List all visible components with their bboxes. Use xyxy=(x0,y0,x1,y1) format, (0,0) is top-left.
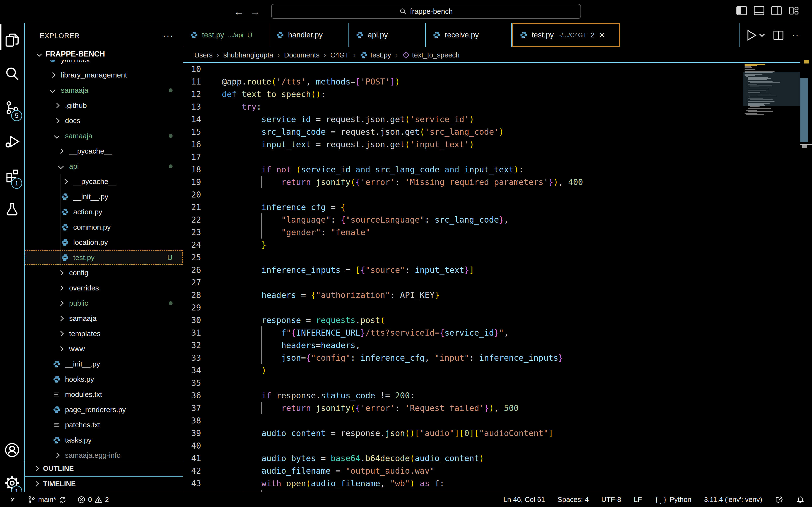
tab-description: ~/.../C4GT xyxy=(558,32,587,39)
language-mode-status[interactable]: {̦ } Python xyxy=(654,496,692,504)
tree-item-__init__.py[interactable]: __init__.py xyxy=(24,356,183,372)
line-number: 34 xyxy=(183,365,207,375)
line-number: 24 xyxy=(183,240,207,249)
line-number: 41 xyxy=(183,453,207,463)
tree-item-samaaja[interactable]: samaaja xyxy=(24,311,183,326)
tree-item-samaaja.egg-info[interactable]: samaaja.egg-info xyxy=(24,448,183,461)
tree-item-samaaja[interactable]: samaaja xyxy=(24,82,183,98)
cursor-position-status[interactable]: Ln 46, Col 61 xyxy=(503,496,545,504)
split-editor-icon[interactable] xyxy=(772,29,784,41)
chevron-right-icon xyxy=(52,101,62,110)
breadcrumb-item-C4GT[interactable]: C4GT xyxy=(331,51,349,59)
breadcrumb-item-Users[interactable]: Users xyxy=(194,51,213,59)
breadcrumb-item-Documents[interactable]: Documents xyxy=(284,51,320,59)
tree-item-page_renderers.py[interactable]: page_renderers.py xyxy=(24,402,183,417)
indent-guide xyxy=(261,490,262,492)
notifications-bell-icon[interactable] xyxy=(796,495,805,504)
tabbar-divider xyxy=(740,23,740,47)
outline-section-header[interactable]: OUTLINE xyxy=(24,461,183,475)
tree-item-tasks.py[interactable]: tasks.py xyxy=(24,433,183,448)
tree-item-config[interactable]: config xyxy=(24,265,183,280)
tree-item-hooks.py[interactable]: hooks.py xyxy=(24,372,183,387)
remote-indicator[interactable] xyxy=(8,495,17,504)
customize-layout-icon[interactable] xyxy=(788,5,800,16)
tree-item-modules.txt[interactable]: modules.txt xyxy=(24,387,183,402)
py-file-icon xyxy=(52,435,62,445)
extensions-view-icon[interactable]: 1 xyxy=(0,158,24,192)
tree-item-public[interactable]: public xyxy=(24,295,183,311)
tree-item-library_management[interactable]: library_management xyxy=(24,67,183,82)
active-view-indicator xyxy=(0,24,1,50)
tab-close-icon[interactable]: × xyxy=(599,30,604,40)
line-number: 33 xyxy=(183,353,207,362)
tree-item-samaaja[interactable]: samaaja xyxy=(24,128,183,144)
search-view-icon[interactable] xyxy=(0,57,24,91)
explorer-view-icon[interactable] xyxy=(0,23,24,57)
tree-item-docs[interactable]: docs xyxy=(24,113,183,128)
scrollbar-thumb[interactable] xyxy=(800,78,808,142)
tree-item-test.py[interactable]: test.pyU xyxy=(24,250,183,265)
tree-item-__pycache__[interactable]: __pycache__ xyxy=(24,144,183,159)
tree-item-www[interactable]: www xyxy=(24,341,183,356)
run-python-file-button[interactable] xyxy=(745,29,765,41)
tab-test.py-active[interactable]: test.py~/.../C4GT2× xyxy=(512,23,620,47)
indentation-status[interactable]: Spaces: 4 xyxy=(558,496,589,504)
tree-item-label: test.py xyxy=(73,253,95,262)
tree-item-templates[interactable]: templates xyxy=(24,326,183,341)
breadcrumb-item-test.py[interactable]: test.py xyxy=(360,51,391,59)
tab-label: receive.py xyxy=(445,31,479,39)
code-editor[interactable]: 1011@app.route('/tts', methods=['POST'])… xyxy=(183,63,743,492)
toggle-secondary-sidebar-icon[interactable] xyxy=(771,5,782,16)
minimap[interactable] xyxy=(743,63,800,119)
breadcrumb-separator: › xyxy=(278,51,280,59)
chevron-down-icon xyxy=(56,162,66,171)
tree-item-__pycache__[interactable]: __pycache__ xyxy=(24,174,183,189)
py-file-icon xyxy=(52,375,62,384)
chevron-right-icon xyxy=(52,451,62,460)
tree-item-patches.txt[interactable]: patches.txt xyxy=(24,417,183,433)
forward-icon[interactable]: → xyxy=(248,6,262,17)
toggle-panel-icon[interactable] xyxy=(754,5,765,16)
eol-status[interactable]: LF xyxy=(633,496,642,504)
feedback-icon[interactable] xyxy=(775,495,783,504)
tree-item-common.py[interactable]: common.py xyxy=(24,219,183,235)
toggle-primary-sidebar-icon[interactable] xyxy=(736,5,747,16)
run-debug-view-icon[interactable] xyxy=(0,125,24,158)
file-tree: yarn.locklibrary_managementsamaaja.githu… xyxy=(24,60,183,461)
git-branch-status[interactable]: main* xyxy=(28,496,67,504)
indent-guide xyxy=(242,113,242,125)
tree-item-action.py[interactable]: action.py xyxy=(24,204,183,219)
tree-item-api[interactable]: api xyxy=(24,159,183,174)
python-interpreter-status[interactable]: 3.11.4 ('env': venv) xyxy=(704,496,762,504)
tab-handler.py[interactable]: handler.py xyxy=(269,23,349,47)
breadcrumb-item-text_to_speech[interactable]: text_to_speech xyxy=(402,51,460,59)
tree-item-__init__.py[interactable]: __init__.py xyxy=(24,189,183,204)
code-line: 29 xyxy=(183,301,743,314)
account-icon[interactable] xyxy=(0,433,24,467)
chevron-right-icon xyxy=(56,146,66,156)
indent-guide xyxy=(242,226,242,238)
indent-guide xyxy=(242,326,242,339)
tree-item-.github[interactable]: .github xyxy=(24,98,183,113)
back-icon[interactable]: ← xyxy=(232,6,246,17)
command-center-search[interactable]: frappe-bench xyxy=(271,4,581,19)
chevron-down-icon xyxy=(37,51,42,57)
source-control-view-icon[interactable]: 5 xyxy=(0,91,24,125)
tree-root-frappe-bench[interactable]: FRAPPE-BENCH xyxy=(24,48,183,60)
encoding-status[interactable]: UTF-8 xyxy=(601,496,621,504)
tree-item-location.py[interactable]: location.py xyxy=(24,235,183,250)
breadcrumb-item-shubhangigupta[interactable]: shubhangigupta xyxy=(223,51,273,59)
tree-item-yarn.lock[interactable]: yarn.lock xyxy=(24,60,183,67)
tab-receive.py[interactable]: receive.py xyxy=(426,23,512,47)
views-more-actions-icon[interactable]: ··· xyxy=(163,31,174,41)
timeline-section-header[interactable]: TIMELINE xyxy=(24,476,183,491)
tree-item-overrides[interactable]: overrides xyxy=(24,280,183,295)
minimap-viewport[interactable] xyxy=(743,72,800,106)
tab-api.py[interactable]: api.py xyxy=(349,23,426,47)
line-number: 29 xyxy=(183,303,207,313)
indent-guide xyxy=(261,402,262,414)
tab-test.py[interactable]: test.py.../apiU xyxy=(183,23,269,47)
testing-view-icon[interactable] xyxy=(0,192,24,226)
indent-guide xyxy=(261,351,262,364)
problems-status[interactable]: 0 2 xyxy=(77,496,109,504)
